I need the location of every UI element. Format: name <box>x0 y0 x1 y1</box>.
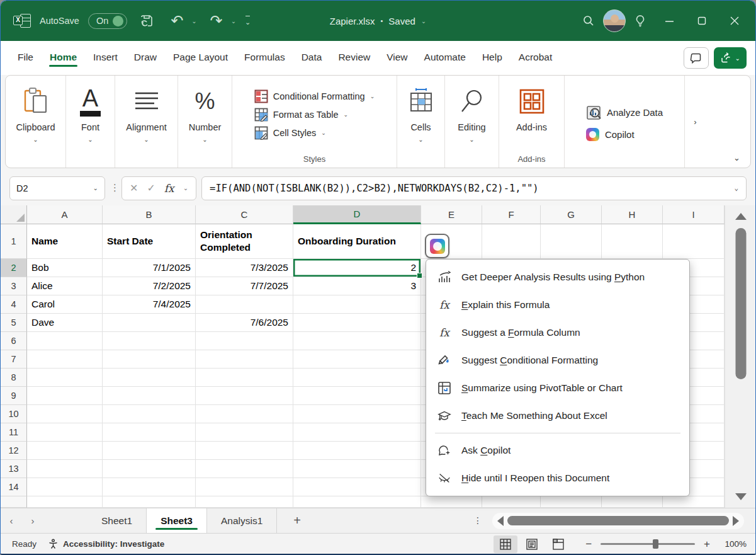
alignment-group[interactable]: Alignment ⌄ <box>115 76 178 168</box>
cell-D8[interactable] <box>293 369 421 387</box>
tab-draw[interactable]: Draw <box>126 45 165 71</box>
cell-B3[interactable]: 7/2/2025 <box>103 277 196 295</box>
sheet-tab-analysis1[interactable]: Analysis1 <box>207 508 277 533</box>
normal-view-button[interactable] <box>494 535 517 553</box>
cell-A12[interactable] <box>27 442 103 460</box>
cell-D11[interactable] <box>293 423 421 442</box>
zoom-out-button[interactable]: − <box>583 538 594 551</box>
save-icon[interactable] <box>136 10 157 31</box>
format-as-table-button[interactable]: Format as Table ⌄ <box>254 108 348 122</box>
cell-C12[interactable] <box>196 442 293 460</box>
sheet-nav-prev-icon[interactable]: ‹ <box>1 515 22 526</box>
cell-styles-button[interactable]: Cell Styles ⌄ <box>254 126 326 140</box>
cancel-formula-icon[interactable]: ✕ <box>130 182 138 194</box>
cell-C4[interactable] <box>196 295 293 314</box>
row-header-3[interactable]: 3 <box>1 277 27 295</box>
cell-B14[interactable] <box>103 478 196 496</box>
share-button[interactable]: ⌄ <box>714 47 747 69</box>
scroll-left-icon[interactable] <box>497 516 504 526</box>
menu-item-suggest-formula-column[interactable]: fx Suggest a Formula Column <box>426 319 689 346</box>
insert-function-icon[interactable]: fx <box>164 182 174 195</box>
cell-A2[interactable]: Bob <box>27 259 103 277</box>
cell-B5[interactable] <box>103 314 196 332</box>
conditional-formatting-button[interactable]: Conditional Formatting ⌄ <box>254 89 375 103</box>
undo-icon[interactable]: ↶ <box>166 10 188 31</box>
row-header-13[interactable]: 13 <box>1 460 27 478</box>
tab-automate[interactable]: Automate <box>416 45 474 71</box>
cell-C2[interactable]: 7/3/2025 <box>196 259 293 277</box>
row-header-11[interactable]: 11 <box>1 423 27 442</box>
close-button[interactable] <box>720 8 749 33</box>
number-group[interactable]: % Number ⌄ <box>178 76 232 168</box>
cell-A10[interactable] <box>27 405 103 423</box>
cell-A11[interactable] <box>27 423 103 442</box>
cell-B13[interactable] <box>103 460 196 478</box>
menu-item-ask-copilot[interactable]: Ask Copilot <box>426 437 689 464</box>
tab-formulas[interactable]: Formulas <box>236 45 293 71</box>
cell-B12[interactable] <box>103 442 196 460</box>
tab-page-layout[interactable]: Page Layout <box>165 45 236 71</box>
undo-dropdown-icon[interactable]: ⌄ <box>191 18 196 25</box>
row-header-[interactable] <box>1 496 27 508</box>
cell-C11[interactable] <box>196 423 293 442</box>
scroll-up-icon[interactable] <box>735 213 747 220</box>
excel-logo-icon[interactable]: X <box>13 12 31 30</box>
sheet-tab-sheet3[interactable]: Sheet3 <box>147 508 207 533</box>
cell-F[interactable] <box>482 496 541 508</box>
minimize-button[interactable] <box>655 8 684 33</box>
cell-C5[interactable]: 7/6/2025 <box>196 314 293 332</box>
ready-status[interactable]: Ready <box>1 539 48 549</box>
cell-A[interactable] <box>27 496 103 508</box>
cell-A8[interactable] <box>27 369 103 387</box>
copilot-cell-button[interactable] <box>425 234 449 258</box>
insert-function-chevron-icon[interactable]: ⌄ <box>183 185 188 192</box>
row-header-4[interactable]: 4 <box>1 295 27 314</box>
ideas-lightbulb-icon[interactable] <box>629 10 651 31</box>
cell-A9[interactable] <box>27 387 103 405</box>
cell-D1[interactable]: Onboarding Duration <box>293 224 421 259</box>
addins-group[interactable]: Add-ins Add-ins <box>499 76 565 168</box>
cell-D6[interactable] <box>293 332 421 350</box>
scroll-right-icon[interactable] <box>733 516 739 526</box>
zoom-in-button[interactable]: + <box>701 538 713 551</box>
cell-C14[interactable] <box>196 478 293 496</box>
row-header-1[interactable]: 1 <box>1 224 27 259</box>
cell-D13[interactable] <box>293 460 421 478</box>
cell-F1[interactable] <box>482 224 541 259</box>
row-header-5[interactable]: 5 <box>1 314 27 332</box>
column-header-C[interactable]: C <box>196 205 293 224</box>
cell-B4[interactable]: 7/4/2025 <box>103 295 196 314</box>
font-group[interactable]: A Font ⌄ <box>66 76 115 168</box>
cell-C8[interactable] <box>196 369 293 387</box>
zoom-slider[interactable] <box>601 543 695 545</box>
cell-B2[interactable]: 7/1/2025 <box>103 259 196 277</box>
tab-home[interactable]: Home <box>42 45 85 71</box>
row-header-6[interactable]: 6 <box>1 332 27 350</box>
tab-review[interactable]: Review <box>330 45 378 71</box>
row-header-2[interactable]: 2 <box>1 259 27 277</box>
cell-D3[interactable]: 3 <box>293 277 421 295</box>
cell-A6[interactable] <box>27 332 103 350</box>
document-title[interactable]: Zapier.xlsx • Saved ⌄ <box>330 16 427 26</box>
clipboard-group[interactable]: Clipboard ⌄ <box>6 76 66 168</box>
column-header-I[interactable]: I <box>663 205 725 224</box>
autosave-toggle[interactable]: On <box>88 13 127 29</box>
vertical-scrollbar[interactable] <box>725 205 756 508</box>
cell-D[interactable] <box>293 496 421 508</box>
cell-I1[interactable] <box>663 224 725 259</box>
cell-C[interactable] <box>196 496 293 508</box>
redo-icon[interactable]: ↷ <box>206 10 227 31</box>
cell-B1[interactable]: Start Date <box>103 224 196 259</box>
cell-B[interactable] <box>103 496 196 508</box>
cell-D5[interactable] <box>293 314 421 332</box>
maximize-button[interactable] <box>687 8 716 33</box>
collapse-ribbon-icon[interactable]: ⌄ <box>733 153 740 163</box>
cell-C1[interactable]: Orientation Completed <box>196 224 293 259</box>
menu-item-suggest-conditional-formatting[interactable]: Suggest Conditional Formatting <box>426 346 689 374</box>
cell-C6[interactable] <box>196 332 293 350</box>
copilot-button[interactable]: Copilot <box>586 128 635 141</box>
page-layout-view-button[interactable] <box>520 535 544 553</box>
menu-item-hide-until-reopen[interactable]: Hide until I Reopen this Document <box>426 464 689 492</box>
menu-item-deeper-analysis[interactable]: Get Deeper Analysis Results using Python <box>426 263 689 291</box>
cell-B11[interactable] <box>103 423 196 442</box>
